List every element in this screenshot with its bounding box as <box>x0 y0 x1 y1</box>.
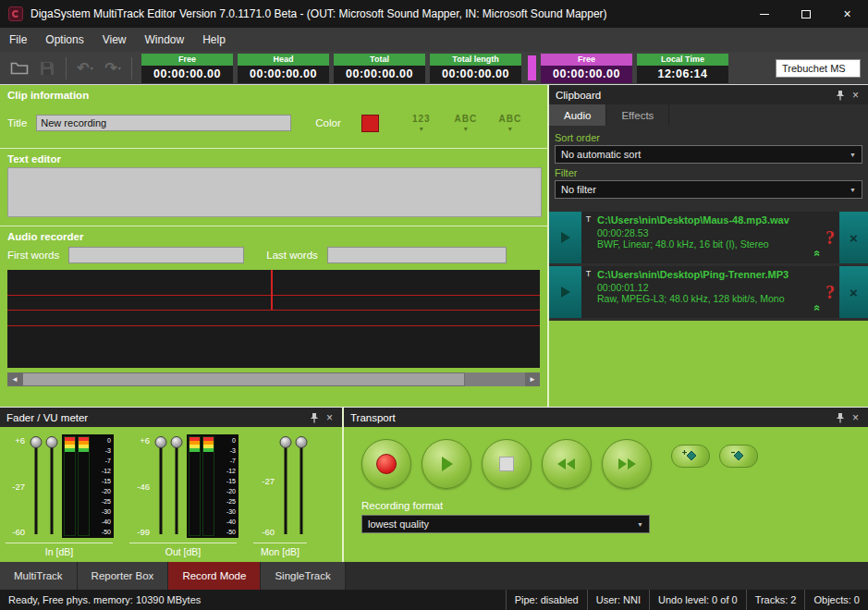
tab-record-mode[interactable]: Record Mode <box>168 562 261 590</box>
tab-singletrack[interactable]: SingleTrack <box>261 562 345 590</box>
scroll-left-button[interactable]: ◄ <box>7 372 22 386</box>
play-entry-button[interactable] <box>549 212 581 263</box>
close-panel-button[interactable]: × <box>848 409 863 425</box>
recording-format-select[interactable]: lowest quality ▼ <box>361 515 650 533</box>
open-button[interactable] <box>6 55 33 81</box>
fader-slider[interactable] <box>168 434 184 538</box>
close-panel-button[interactable]: × <box>322 409 337 425</box>
entry-details[interactable]: C:\Users\nin\Desktop\Ping-Trenner.MP3 00… <box>595 266 821 318</box>
maximize-button[interactable] <box>785 0 826 28</box>
stop-button[interactable] <box>482 439 532 489</box>
rewind-button[interactable] <box>542 439 592 489</box>
scrollbar-thumb[interactable] <box>22 372 465 386</box>
entry-details[interactable]: C:\Users\nin\Desktop\Maus-48.mp3.wav 00:… <box>595 212 821 263</box>
fader-slider[interactable] <box>277 434 293 538</box>
fader-slider[interactable] <box>43 434 59 538</box>
tab-reporter-box[interactable]: Reporter Box <box>78 562 169 590</box>
fader-slider[interactable] <box>153 434 168 538</box>
undo-button[interactable]: ↶ ▾ <box>71 55 99 81</box>
vu-meter-bar <box>64 436 76 536</box>
remove-entry-button[interactable]: × <box>839 212 868 263</box>
fader-knob[interactable] <box>30 436 42 448</box>
fader-track <box>159 438 162 534</box>
abc-grid-stamp-button[interactable]: ABC ▼ <box>444 106 488 140</box>
question-status-icon: ? <box>821 266 839 318</box>
marker-add-button[interactable] <box>671 445 710 468</box>
track-flag: T <box>581 212 595 263</box>
font-selector[interactable]: Trebuchet MS <box>776 59 861 78</box>
sort-order-select[interactable]: No automatic sort ▼ <box>555 145 862 164</box>
menu-item-file[interactable]: File <box>0 28 36 52</box>
play-entry-button[interactable] <box>549 266 581 318</box>
fader-slider[interactable] <box>28 434 43 538</box>
time-display-head: Head 00:00:00.00 <box>238 54 329 83</box>
fader-knob[interactable] <box>279 436 291 448</box>
number-stamp-button[interactable]: 123 ▼ <box>399 106 444 140</box>
transport-buttons <box>361 439 868 489</box>
clipboard-panel-header: Clipboard × <box>549 85 868 104</box>
close-panel-button[interactable]: × <box>848 87 863 103</box>
waveform-divider <box>7 295 540 296</box>
clipboard-tabs: Audio Effects <box>549 104 868 126</box>
fader-knob[interactable] <box>295 436 307 448</box>
pin-button[interactable] <box>832 87 848 103</box>
toolbar-separator <box>66 57 67 79</box>
play-button[interactable] <box>422 439 471 489</box>
waveform-scrollbar[interactable]: ◄ ► <box>7 372 540 386</box>
close-button[interactable]: × <box>826 0 868 28</box>
text-editor-area[interactable] <box>7 167 542 217</box>
last-words-input[interactable] <box>327 247 507 263</box>
save-icon <box>40 61 55 76</box>
fader-scale: -27 -60 <box>255 434 277 538</box>
fader-knob[interactable] <box>154 436 166 448</box>
color-swatch[interactable] <box>361 115 379 132</box>
abc-stamp-icon: ABC <box>498 114 521 124</box>
filter-select[interactable]: No filter ▼ <box>555 180 862 199</box>
tab-effects[interactable]: Effects <box>606 104 669 126</box>
remove-entry-button[interactable]: × <box>839 266 868 318</box>
sort-order-label: Sort order <box>555 132 862 143</box>
record-button[interactable] <box>361 439 411 489</box>
vu-meter-bar <box>78 436 90 536</box>
pin-button[interactable] <box>832 409 848 425</box>
collapse-icon[interactable]: « <box>812 250 821 257</box>
save-button[interactable] <box>33 55 61 81</box>
marker-button[interactable] <box>719 445 758 468</box>
redo-button[interactable]: ↷ ▾ <box>99 55 127 81</box>
menu-item-view[interactable]: View <box>93 28 136 52</box>
undo-dropdown-icon: ▾ <box>91 65 93 71</box>
title-input[interactable] <box>36 115 291 131</box>
fader-knob[interactable] <box>170 436 182 448</box>
pin-button[interactable] <box>306 409 322 425</box>
clipboard-entry: T C:\Users\nin\Desktop\Ping-Trenner.MP3 … <box>549 266 868 318</box>
recording-format-group: Recording format lowest quality ▼ <box>361 500 868 533</box>
menu-item-help[interactable]: Help <box>193 28 235 52</box>
vu-meter-bar <box>202 436 214 536</box>
vu-meter: 0 -3 -7 -12 -15 -20 -25 -30 -40 -50 <box>187 434 238 538</box>
collapse-icon[interactable]: « <box>812 305 821 311</box>
fader-knob[interactable] <box>45 436 57 448</box>
minimize-button[interactable] <box>743 0 785 28</box>
status-segments: Pipe: disabled User: NNI Undo level: 0 o… <box>506 590 868 610</box>
fader-slider[interactable] <box>293 434 309 538</box>
menu-item-options[interactable]: Options <box>36 28 92 52</box>
scrollbar-track[interactable] <box>22 372 525 386</box>
close-icon: × <box>843 7 850 20</box>
waveform-display[interactable] <box>7 270 540 368</box>
menu-item-window[interactable]: Window <box>136 28 194 52</box>
status-pipe: Pipe: disabled <box>506 590 587 610</box>
chevron-down-icon: ▼ <box>462 126 469 132</box>
forward-button[interactable] <box>602 439 652 489</box>
abc-stamp-button[interactable]: ABC ▼ <box>488 106 532 140</box>
clip-information-section: Clip information Title Color 123 ▼ ABC ▼ <box>0 85 547 148</box>
first-words-input[interactable] <box>68 247 244 263</box>
scroll-right-button[interactable]: ► <box>525 372 540 386</box>
play-icon <box>559 286 571 299</box>
entry-path: C:\Users\nin\Desktop\Ping-Trenner.MP3 <box>597 269 810 280</box>
tab-audio[interactable]: Audio <box>549 104 606 126</box>
vu-meter: 0 -3 -7 -12 -15 -20 -25 -30 -40 -50 <box>62 434 114 538</box>
tab-multitrack[interactable]: MultiTrack <box>0 562 78 590</box>
fader-vu-panel: Fader / VU meter × +6 -27 -60 <box>0 408 344 562</box>
playback-cursor[interactable] <box>271 270 273 310</box>
transport-panel: Transport × <box>344 408 868 562</box>
